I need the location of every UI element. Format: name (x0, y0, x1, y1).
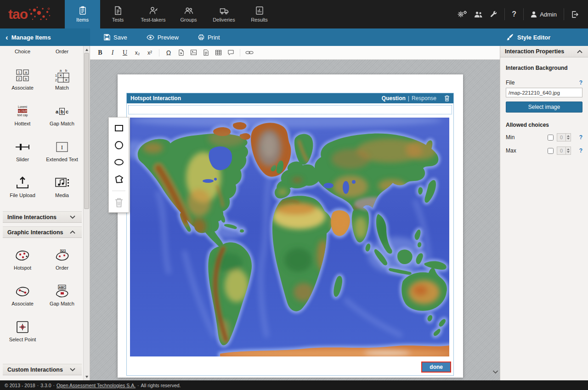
section-custom-interactions[interactable]: Custom Interactions (3, 364, 82, 375)
stepper-arrows[interactable] (565, 134, 571, 141)
sidebar-item-associate[interactable]: 1a 2b Associate (3, 58, 42, 94)
svg-text:I: I (61, 144, 63, 151)
style-editor-button[interactable]: Style Editor (500, 28, 588, 46)
item-panel: Hotspot Interaction Question | Response (118, 74, 463, 378)
sidebar-item-label: Media (55, 192, 69, 198)
sidebar-item-label: Order (56, 49, 68, 54)
sidebar-item-choice[interactable]: Choice (3, 46, 42, 58)
hotspot-image-canvas[interactable] (130, 118, 449, 356)
link-icon (245, 50, 254, 55)
sidebar-item-graphic-gap-match[interactable]: ABC Gap Match (42, 274, 82, 310)
nav-item-results[interactable]: Results (242, 0, 277, 28)
draw-circle-tool[interactable] (113, 140, 124, 151)
insert-table-button[interactable] (213, 48, 224, 58)
tao-logo[interactable]: tao (0, 0, 65, 28)
save-button[interactable]: Save (104, 34, 127, 41)
back-to-manage-items[interactable]: ‹ Manage Items (0, 28, 90, 46)
select-image-button[interactable]: Select image (506, 102, 582, 113)
divider (504, 8, 505, 20)
sidebar-item-gap-match[interactable]: a b c Gap Match (42, 94, 82, 130)
nav-item-test-takers[interactable]: Test-takers (136, 0, 171, 28)
draw-ellipse-tool[interactable] (113, 157, 124, 168)
svg-text:✕: ✕ (59, 73, 62, 78)
user-menu[interactable]: Admin (531, 11, 557, 18)
sidebar-item-graphic-associate[interactable]: Associate (3, 274, 42, 310)
delete-interaction-button[interactable] (444, 95, 450, 102)
min-enabled-checkbox[interactable] (548, 135, 554, 141)
widget-body: done (127, 103, 453, 375)
subscript-button[interactable]: x₂ (132, 48, 143, 58)
file-help-icon[interactable]: ? (579, 79, 582, 86)
sidebar-item-select-point[interactable]: Select Point (3, 310, 42, 345)
draw-polygon-tool[interactable] (113, 174, 124, 185)
underline-button[interactable]: U (119, 48, 130, 58)
preview-button[interactable]: Preview (147, 34, 179, 41)
nav-item-label: Items (76, 17, 89, 23)
settings-gears-icon[interactable] (457, 10, 467, 18)
help-button[interactable]: ? (512, 10, 516, 18)
items-icon (78, 6, 87, 15)
draw-rectangle-tool[interactable] (113, 123, 124, 134)
sidebar-item-file-upload[interactable]: File Upload (3, 165, 42, 201)
nav-item-deliveries[interactable]: Deliveries (206, 0, 242, 28)
sidebar-item-hotspot[interactable]: Hotspot (3, 238, 42, 274)
speech-bubble-icon (227, 49, 234, 56)
logout-icon[interactable] (571, 11, 579, 18)
max-value: 0 (557, 147, 565, 154)
tooltip-button[interactable] (225, 48, 236, 58)
interaction-properties-header[interactable]: Interaction Properties (500, 46, 588, 57)
scroll-up-arrow[interactable] (84, 46, 90, 53)
tab-question[interactable]: Question (382, 95, 406, 102)
insert-link-button[interactable] (244, 48, 255, 58)
min-help-icon[interactable]: ? (579, 134, 582, 141)
stepper-arrows[interactable] (565, 147, 571, 154)
sidebar-item-extended-text[interactable]: I Extended Text (42, 130, 82, 165)
nav-item-tests[interactable]: Tests (100, 0, 136, 28)
svg-text:re.Hott: re.Hott (18, 109, 27, 113)
wrench-settings-icon[interactable] (490, 11, 498, 18)
section-inline-interactions[interactable]: Inline Interactions (3, 211, 82, 223)
sidebar-item-order[interactable]: Order (42, 46, 82, 58)
media-file-button[interactable] (175, 48, 187, 58)
delete-shape-tool[interactable] (113, 197, 124, 208)
interaction-library-sidebar: Choice Order 1a 2b Associate ab (0, 46, 90, 380)
passage-icon (203, 49, 209, 56)
max-help-icon[interactable]: ? (579, 147, 582, 154)
svg-text:ABC: ABC (59, 286, 65, 289)
max-value-stepper[interactable]: 0 (557, 147, 571, 155)
scroll-down-arrow[interactable] (84, 373, 90, 380)
print-button[interactable]: Print (198, 34, 220, 41)
special-character-button[interactable]: Ω (163, 48, 174, 58)
footer-separator: · (37, 383, 39, 388)
background-file-input[interactable] (506, 88, 582, 97)
sidebar-item-match[interactable]: ab 12 ✕✕ Match (42, 58, 82, 94)
sidebar-scrollbar[interactable] (83, 46, 90, 380)
sidebar-item-slider[interactable]: Slider (3, 130, 42, 165)
section-graphic-interactions[interactable]: Graphic Interactions (3, 226, 82, 238)
main-layout: Choice Order 1a 2b Associate ab (0, 46, 588, 380)
max-enabled-checkbox[interactable] (548, 148, 554, 154)
sidebar-item-hottext[interactable]: Loremi re.Hott text cap Hottext (3, 94, 42, 130)
question-prompt-area[interactable] (128, 105, 452, 114)
superscript-button[interactable]: x² (144, 48, 155, 58)
user-management-icon[interactable] (474, 11, 483, 18)
min-value-stepper[interactable]: 0 (557, 133, 571, 141)
sidebar-item-media[interactable]: Media (42, 165, 82, 201)
graphic-associate-icon (14, 284, 31, 299)
italic-button[interactable]: I (107, 48, 118, 58)
sidebar-item-graphic-order[interactable]: 321 Order (42, 238, 82, 274)
bold-button[interactable]: B (95, 48, 106, 58)
tab-response[interactable]: Response (412, 95, 436, 102)
nav-item-groups[interactable]: Groups (171, 0, 206, 28)
canvas-scroll-down-arrow[interactable] (492, 367, 498, 376)
shared-stimulus-button[interactable] (200, 48, 211, 58)
svg-text:2: 2 (18, 77, 20, 81)
scrollbar-thumb[interactable] (84, 53, 89, 209)
chevron-up-icon (577, 50, 582, 54)
main-navigation: Items Tests Test-takers Groups Deliverie… (65, 0, 277, 28)
nav-item-items[interactable]: Items (65, 0, 100, 28)
company-link[interactable]: Open Assessment Technologies S.A. (57, 383, 136, 388)
insert-image-button[interactable] (188, 48, 199, 58)
done-button[interactable]: done (421, 362, 451, 373)
sidebar-item-label: Extended Text (46, 157, 78, 162)
